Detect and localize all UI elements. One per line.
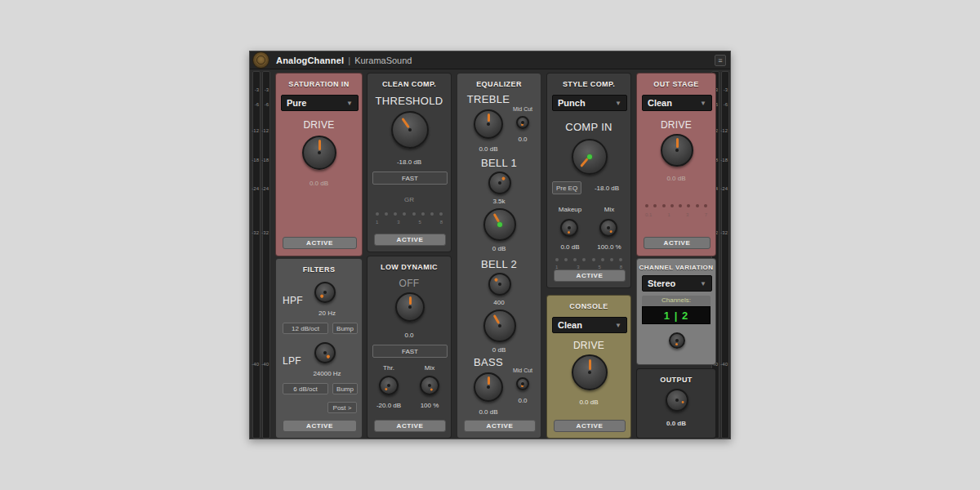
channel-variation-knob[interactable] — [669, 332, 685, 349]
style-comp-value: Punch — [558, 98, 615, 108]
out-stage-active-button[interactable]: ACTIVE — [644, 237, 710, 249]
post-button[interactable]: Post > — [327, 402, 357, 413]
out-stage-dropdown[interactable]: Clean ▼ — [642, 95, 712, 111]
panel-console: CONSOLE Clean ▼ DRIVE 0.0 dB ACTIVE — [546, 295, 631, 439]
console-drive-knob[interactable] — [572, 354, 608, 390]
plugin-name: AnalogChannel — [276, 56, 344, 65]
hpf-bump-button[interactable]: Bump — [332, 323, 358, 334]
mix-value: 100 % — [408, 402, 451, 409]
saturation-meter-scale: 0.1137 — [645, 212, 707, 217]
makeup-knob[interactable] — [560, 219, 578, 237]
panel-title: FILTERS — [276, 265, 362, 274]
gr-meter-leds — [376, 212, 443, 216]
lpf-bump-button[interactable]: Bump — [332, 383, 358, 394]
low-dynamic-value: 0.0 — [368, 332, 451, 339]
style-comp-dropdown[interactable]: Punch ▼ — [552, 95, 627, 111]
panel-title: OUT STAGE — [637, 80, 715, 88]
chevron-down-icon: ▼ — [346, 100, 353, 107]
treble-knob[interactable] — [474, 109, 503, 139]
console-drive-value: 0.0 dB — [547, 399, 630, 406]
channel-variation-value: Stereo — [648, 278, 700, 288]
panel-clean-comp: CLEAN COMP. THRESHOLD -18.0 dB FAST GR 1… — [367, 73, 452, 252]
mix-knob[interactable] — [420, 376, 439, 395]
out-stage-value: Clean — [648, 98, 700, 108]
gr-label: GR — [368, 196, 451, 203]
makeup-label: Makeup — [549, 206, 591, 213]
clean-comp-active-button[interactable]: ACTIVE — [374, 234, 446, 246]
hpf-slope-button[interactable]: 12 dB/oct — [283, 323, 328, 334]
lpf-slope-button[interactable]: 6 dB/oct — [283, 383, 328, 394]
fast-mode-button[interactable]: FAST — [372, 172, 448, 185]
panel-style-comp: STYLE COMP. Punch ▼ COMP IN Pre EQ -18.0… — [546, 73, 631, 288]
hpf-freq-knob[interactable] — [314, 282, 336, 303]
makeup-value: 0.0 dB — [549, 243, 591, 251]
window-title: AnalogChannel | KuramaSound — [276, 51, 412, 69]
panel-channel-variation: CHANNEL VARIATION Stereo ▼ Channels: 1 |… — [636, 258, 716, 365]
panel-title: CLEAN COMP. — [368, 80, 451, 88]
bell2-label: BELL 2 — [457, 258, 541, 270]
bell1-freq-value: 3.5k — [457, 198, 541, 205]
bell1-label: BELL 1 — [457, 157, 541, 169]
panel-filters: FILTERS HPF 20 Hz 12 dB/oct Bump LPF 240… — [275, 258, 363, 439]
mix-label: Mix — [408, 364, 451, 372]
panel-low-dynamic: LOW DYNAMIC OFF 0.0 FAST Thr. Mix -20.0 … — [367, 256, 452, 439]
input-meter-right: -3-6-12-18-24-32-40 — [262, 71, 270, 439]
desktop: AnalogChannel | KuramaSound ≡ -3-6-12-18… — [0, 0, 980, 490]
panel-equalizer: EQUALIZER TREBLE Mid Cut 0.0 0.0 dB BELL… — [457, 73, 541, 439]
brand-logo-icon — [252, 51, 270, 69]
fast-mode-button[interactable]: FAST — [372, 345, 448, 358]
bass-knob[interactable] — [474, 372, 503, 402]
comp-in-value: -18.0 dB — [585, 185, 629, 192]
treble-midcut-label: Mid Cut — [506, 106, 539, 112]
style-comp-active-button[interactable]: ACTIVE — [554, 270, 626, 282]
console-type-dropdown[interactable]: Clean ▼ — [552, 317, 627, 333]
filters-active-button[interactable]: ACTIVE — [283, 420, 357, 432]
equalizer-active-button[interactable]: ACTIVE — [464, 420, 536, 432]
out-drive-value: 0.0 dB — [637, 175, 715, 182]
bass-value: 0.0 dB — [457, 408, 519, 416]
output-gain-knob[interactable] — [666, 389, 688, 412]
saturation-active-button[interactable]: ACTIVE — [283, 237, 357, 249]
hamburger-menu-icon[interactable]: ≡ — [715, 55, 726, 66]
panel-title: CONSOLE — [547, 302, 630, 310]
console-type-value: Clean — [558, 320, 615, 330]
drive-value: 0.0 dB — [276, 180, 362, 187]
bell2-gain-knob[interactable] — [483, 310, 516, 342]
style-mix-knob[interactable] — [599, 219, 617, 237]
style-gr-meter-leds — [555, 258, 622, 261]
thr-knob[interactable] — [379, 376, 399, 395]
output-value: 0.0 dB — [637, 420, 715, 427]
low-dynamic-knob[interactable] — [395, 292, 425, 322]
panel-saturation-in: SATURATION IN Pure ▼ DRIVE 0.0 dB ACTIVE — [275, 73, 363, 256]
drive-label: DRIVE — [547, 340, 630, 351]
bell1-freq-knob[interactable] — [488, 172, 511, 194]
saturation-type-dropdown[interactable]: Pure ▼ — [281, 95, 359, 111]
drive-label: DRIVE — [276, 119, 362, 131]
hpf-value: 20 Hz — [292, 310, 362, 317]
treble-midcut-knob[interactable] — [516, 116, 529, 129]
bell2-freq-knob[interactable] — [488, 273, 511, 296]
low-dynamic-active-button[interactable]: ACTIVE — [374, 420, 446, 432]
channel-variation-dropdown[interactable]: Stereo ▼ — [642, 275, 712, 292]
lpf-freq-knob[interactable] — [314, 342, 336, 363]
saturation-meter-leds — [645, 204, 707, 207]
input-meter-left: -3-6-12-18-24-32-40 — [252, 71, 261, 439]
saturation-drive-knob[interactable] — [302, 136, 336, 170]
panel-title: LOW DYNAMIC — [368, 263, 451, 271]
panel-title: CHANNEL VARIATION — [637, 264, 715, 271]
bell2-freq-value: 400 — [457, 299, 541, 306]
pre-eq-button[interactable]: Pre EQ — [552, 181, 581, 194]
bass-midcut-knob[interactable] — [516, 377, 529, 390]
bell1-gain-knob[interactable] — [483, 208, 516, 241]
threshold-value: -18.0 dB — [368, 158, 451, 166]
saturation-type-value: Pure — [287, 98, 346, 108]
out-drive-knob[interactable] — [661, 134, 693, 167]
threshold-knob[interactable] — [391, 111, 429, 149]
lpf-value: 24000 Hz — [292, 370, 362, 377]
comp-in-knob[interactable] — [572, 139, 608, 175]
style-mix-value: 100.0 % — [590, 243, 629, 251]
console-active-button[interactable]: ACTIVE — [554, 420, 626, 432]
title-bar: AnalogChannel | KuramaSound ≡ — [250, 51, 730, 69]
channels-label: Channels: — [642, 296, 710, 306]
comp-in-label: COMP IN — [547, 121, 630, 133]
